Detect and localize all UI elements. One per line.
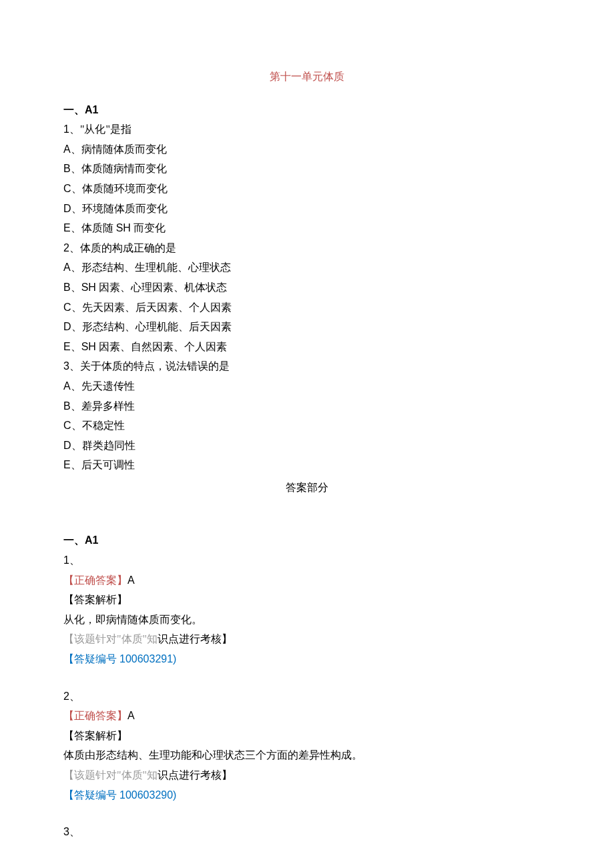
topic-prefix: 【该题针对"	[63, 769, 121, 781]
opt-code: C	[63, 302, 71, 313]
opt-code: A	[63, 262, 71, 273]
question-2-stem: 2、体质的构成正确的是	[63, 238, 551, 258]
opt-sep: 、	[71, 163, 81, 174]
ans-num: 1	[63, 554, 69, 566]
q3-sep: 、	[69, 360, 80, 372]
topic-suffix: "知	[143, 769, 158, 781]
topic-suffix: "知	[143, 633, 158, 644]
section-code: A1	[85, 104, 98, 115]
opt-text: 形态结构、生理机能、心理状态	[81, 262, 231, 273]
opt-sep: 、	[71, 183, 82, 194]
opt-code: A	[63, 380, 71, 392]
q3-option-b: B、差异多样性	[63, 396, 551, 416]
q2-option-b: B、SH 因素、心理因素、机体状态	[63, 278, 551, 298]
opt-text: 不稳定性	[82, 420, 125, 431]
section-prefix: 一、	[63, 104, 85, 115]
q3-option-a: A、先天遗传性	[63, 376, 551, 396]
opt-text: 病情随体质而变化	[81, 143, 167, 155]
correct-label: 【正确答案】	[63, 574, 127, 586]
ans-sep: 、	[69, 691, 80, 702]
correct-label: 【正确答案】	[63, 710, 127, 721]
ref-num: 100603291	[119, 653, 173, 665]
ref-suffix: )	[173, 653, 176, 665]
opt-sep: 、	[71, 459, 81, 470]
opt-code: A	[63, 143, 71, 155]
opt-sep: 、	[71, 222, 81, 234]
question-1-stem: 1、"从化"是指	[63, 119, 551, 139]
answer-1-topic: 【该题针对"体质"知识点进行考核】	[63, 629, 551, 649]
answer-1-num: 1、	[63, 550, 551, 570]
answers-header: 答案部分	[63, 478, 551, 498]
opt-code: C	[63, 420, 71, 431]
question-3-stem: 3、关于体质的特点，说法错误的是	[63, 356, 551, 376]
answer-1-explain-label: 【答案解析】	[63, 590, 551, 610]
ans-sep: 、	[69, 554, 80, 566]
answer-2-correct: 【正确答案】A	[63, 706, 551, 726]
opt-text: 体质随环境而变化	[82, 183, 168, 194]
ref-suffix: )	[173, 789, 176, 801]
correct-value: A	[127, 710, 135, 721]
answer-2-explain-text: 体质由形态结构、生理功能和心理状态三个方面的差异性构成。	[63, 745, 551, 765]
opt-text: 而变化	[131, 222, 166, 234]
opt-text: SH	[116, 222, 131, 234]
opt-sep: 、	[71, 282, 81, 293]
opt-text: 后天可调性	[81, 459, 135, 470]
opt-text: SH	[81, 282, 96, 293]
q2-text: 体质的构成正确的是	[80, 242, 176, 254]
answer-2-num: 2、	[63, 687, 551, 707]
answer-1-correct: 【正确答案】A	[63, 570, 551, 590]
section-heading: 一、A1	[63, 100, 551, 120]
opt-text: 群类趋同性	[82, 440, 135, 451]
ref-prefix: 【答疑编号	[63, 653, 119, 665]
unit-title: 第十一单元体质	[63, 67, 551, 87]
correct-value: A	[127, 574, 135, 586]
topic-prefix: 【该题针对"	[63, 633, 121, 644]
opt-text: 先天遗传性	[81, 380, 135, 392]
opt-code: E	[63, 222, 71, 234]
q3-text: 关于体质的特点，说法错误的是	[80, 360, 230, 372]
q1-option-d: D、环境随体质而变化	[63, 199, 551, 219]
topic-suffix-b: 识点进行考核】	[158, 769, 232, 781]
opt-code: E	[63, 459, 71, 470]
opt-text: 因素、心理因素、机体状态	[96, 282, 227, 293]
opt-code: B	[63, 163, 71, 174]
opt-code: C	[63, 183, 71, 194]
document-page: 第十一单元体质 一、A1 1、"从化"是指 A、病情随体质而变化 B、体质随病情…	[0, 0, 614, 868]
opt-text: 体质随	[81, 222, 116, 234]
q2-option-e: E、SH 因素、自然因素、个人因素	[63, 337, 551, 357]
q1-option-a: A、病情随体质而变化	[63, 139, 551, 159]
q2-option-c: C、先天因素、后天因素、个人因素	[63, 298, 551, 318]
topic-word: 体质	[121, 769, 143, 781]
q2-option-d: D、形态结构、心理机能、后天因素	[63, 317, 551, 337]
answer-2-ref: 【答疑编号 100603290)	[63, 785, 551, 805]
q2-sep: 、	[69, 242, 80, 254]
section-code: A1	[85, 534, 98, 546]
opt-sep: 、	[71, 321, 82, 332]
q3-option-e: E、后天可调性	[63, 455, 551, 475]
ref-num: 100603290	[119, 789, 173, 801]
opt-code: B	[63, 282, 71, 293]
ref-prefix: 【答疑编号	[63, 789, 119, 801]
answer-1-ref: 【答疑编号 100603291)	[63, 649, 551, 669]
opt-sep: 、	[71, 143, 81, 155]
q3-number: 3	[63, 360, 69, 372]
opt-text: 因素、自然因素、个人因素	[96, 341, 227, 352]
opt-text: 差异多样性	[81, 400, 135, 412]
opt-sep: 、	[71, 341, 81, 352]
answer-block-1: 1、 【正确答案】A 【答案解析】 从化，即病情随体质而变化。 【该题针对"体质…	[63, 550, 551, 669]
opt-text: 体质随病情而变化	[81, 163, 167, 174]
opt-code: D	[63, 321, 71, 332]
section-prefix: 一、	[63, 534, 85, 546]
topic-word: 体质	[121, 633, 143, 644]
topic-suffix-b: 识点进行考核】	[158, 633, 232, 644]
answer-2-explain-label: 【答案解析】	[63, 726, 551, 746]
opt-code: B	[63, 400, 71, 412]
opt-sep: 、	[71, 400, 81, 412]
q1-option-b: B、体质随病情而变化	[63, 159, 551, 179]
opt-sep: 、	[71, 302, 82, 313]
opt-sep: 、	[71, 380, 81, 392]
opt-text: SH	[81, 341, 96, 352]
q1-sep: 、	[69, 123, 80, 135]
q2-option-a: A、形态结构、生理机能、心理状态	[63, 258, 551, 278]
ans-sep: 、	[69, 826, 80, 837]
